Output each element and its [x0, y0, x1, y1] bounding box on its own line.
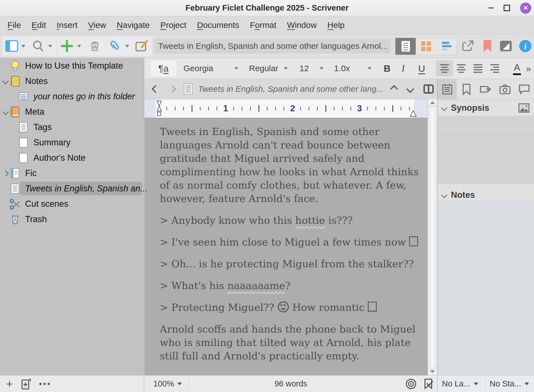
synopsis-header[interactable]: Synopsis [438, 100, 534, 116]
binder-item-trash[interactable]: Trash [0, 211, 144, 227]
align-justify-button[interactable] [470, 60, 486, 76]
scroll-up-button[interactable] [428, 99, 437, 107]
scroll-down-button[interactable] [428, 368, 437, 375]
view-mode-document-tab[interactable] [395, 38, 416, 55]
right-indent-marker[interactable] [409, 110, 417, 117]
inspector-info-button[interactable]: i [518, 34, 533, 58]
nav-back-button[interactable] [153, 79, 158, 99]
add-document-template-button[interactable] [20, 378, 32, 390]
menu-navigate[interactable]: Navigate [117, 20, 150, 30]
close-button[interactable]: ✕ [520, 3, 531, 14]
invisibles-toggle[interactable]: ¶a [151, 60, 176, 76]
binder-item-fic[interactable]: Fic [0, 165, 144, 181]
ruler[interactable]: 1 2 3 [144, 99, 427, 118]
font-style-caret[interactable] [284, 58, 288, 79]
add-item-button[interactable] [60, 34, 74, 58]
synopsis-card[interactable] [438, 116, 534, 183]
binder-label: Author's Note [33, 153, 86, 163]
menu-project[interactable]: Project [160, 20, 186, 30]
indent-marker[interactable] [155, 100, 163, 117]
chevron-right-icon[interactable] [3, 170, 9, 177]
move-to-trash-button[interactable] [88, 34, 102, 58]
font-style-dropdown[interactable]: Regular [249, 58, 278, 79]
binder-item-tweets-selected[interactable]: Tweets in English, Spanish an... [0, 181, 144, 196]
binder-toggle-caret[interactable] [20, 34, 27, 58]
split-editor-button[interactable] [423, 79, 434, 99]
document-title-field[interactable]: Tweets in English, Spanish and some othe… [154, 39, 391, 54]
view-mode-corkboard-tab[interactable] [416, 38, 436, 55]
tab-metadata[interactable] [476, 79, 495, 99]
binder-item-how-to-use[interactable]: How to Use this Template [0, 58, 144, 73]
binder-toggle-button[interactable] [4, 34, 20, 58]
chevron-down-icon[interactable] [3, 78, 9, 85]
info-icon: i [519, 40, 532, 52]
menu-file[interactable]: File [8, 20, 21, 30]
font-family-dropdown[interactable]: Georgia [183, 58, 213, 79]
next-document-button[interactable] [407, 79, 413, 99]
editor-scrollbar[interactable] [427, 99, 437, 375]
menu-insert[interactable]: Insert [57, 20, 78, 30]
view-mode-outline-tab[interactable] [436, 38, 456, 55]
previous-document-button[interactable] [391, 79, 397, 99]
scrollbar-thumb[interactable] [428, 107, 437, 368]
binder-item-tags[interactable]: Tags [0, 119, 144, 135]
label-dropdown[interactable]: No La... [442, 376, 478, 392]
align-left-button[interactable] [436, 60, 453, 76]
status-dropdown[interactable]: No Sta... [490, 376, 529, 392]
menu-help[interactable]: Help [327, 20, 345, 30]
tab-comments[interactable] [514, 79, 534, 99]
bold-button[interactable]: B [384, 58, 391, 79]
chevron-down-icon[interactable] [441, 192, 448, 198]
menu-view[interactable]: View [88, 20, 106, 30]
text-color-button[interactable]: A [511, 58, 523, 79]
more-options-button[interactable] [39, 383, 50, 385]
chevron-down-icon[interactable] [3, 109, 9, 115]
chevron-down-icon[interactable] [441, 105, 448, 111]
compose-mode-button[interactable] [498, 34, 514, 58]
binder-item-summary[interactable]: Summary [0, 135, 144, 150]
attach-button[interactable] [108, 34, 122, 58]
notes-header[interactable]: Notes [438, 189, 534, 201]
nav-forward-button[interactable] [170, 79, 175, 99]
binder-item-cut-scenes[interactable]: Cut scenes [0, 196, 144, 211]
menu-edit[interactable]: Edit [32, 20, 46, 30]
minimize-button[interactable] [489, 8, 494, 8]
tag-icon [479, 84, 492, 95]
italic-button[interactable]: I [402, 58, 405, 79]
share-button[interactable] [460, 34, 476, 58]
tab-bookmarks[interactable] [457, 79, 476, 99]
writing-target-button[interactable] [405, 376, 417, 392]
menu-window[interactable]: Window [287, 20, 317, 30]
tab-notes[interactable] [438, 79, 457, 99]
document-text[interactable]: Tweets in English, Spanish and some othe… [160, 125, 425, 371]
maximize-button[interactable] [504, 5, 510, 11]
editor-header-title[interactable]: Tweets in English, Spanish and some othe… [198, 79, 383, 99]
menu-documents[interactable]: Documents [197, 20, 239, 30]
align-center-button[interactable] [453, 60, 470, 76]
font-family-caret[interactable] [234, 58, 238, 79]
align-right-button[interactable] [486, 60, 503, 76]
underline-button[interactable]: U [418, 58, 425, 79]
font-size-dropdown[interactable]: 12 [299, 58, 309, 79]
editor-page[interactable]: Tweets in English, Spanish and some othe… [144, 118, 427, 375]
add-item-caret[interactable] [76, 34, 83, 58]
add-document-button[interactable]: + [6, 378, 13, 389]
search-caret[interactable] [47, 34, 54, 58]
mark-reviewed-button[interactable] [423, 376, 434, 392]
image-icon[interactable] [518, 103, 530, 113]
notes-content-area[interactable] [438, 201, 534, 375]
format-overflow-button[interactable]: » [526, 58, 531, 79]
binder-item-meta-folder[interactable]: Meta [0, 104, 144, 119]
attach-caret[interactable] [124, 34, 131, 58]
binder-item-notes-folder[interactable]: Notes [0, 73, 144, 89]
binder-item-authors-note[interactable]: Author's Note [0, 150, 144, 165]
line-spacing-dropdown[interactable]: 1.0x [334, 58, 350, 79]
search-button[interactable] [31, 34, 45, 58]
font-size-caret[interactable] [320, 58, 323, 79]
compose-button[interactable] [134, 34, 149, 58]
binder-item-your-notes[interactable]: your notes go in this folder [0, 89, 144, 104]
tab-snapshots[interactable] [495, 79, 514, 99]
line-spacing-caret[interactable] [368, 58, 371, 79]
menu-format[interactable]: Format [250, 20, 276, 30]
bookmark-button[interactable] [480, 34, 495, 58]
